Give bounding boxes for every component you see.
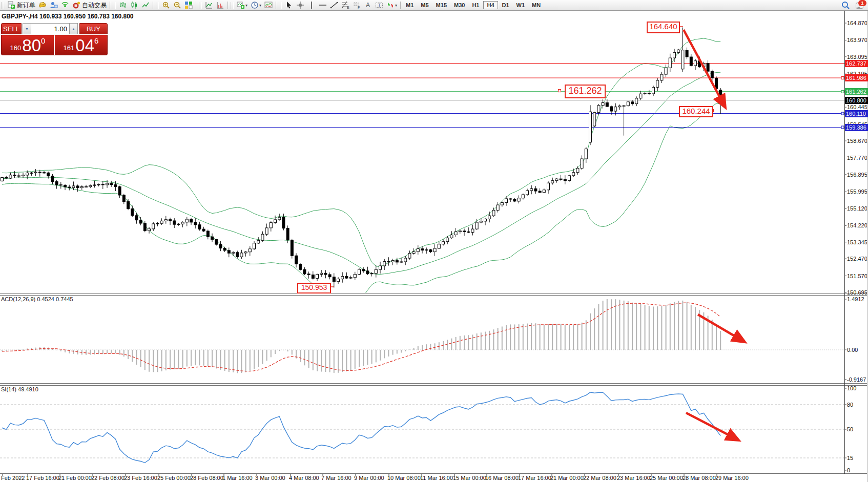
arrows-button[interactable]: ▾: [385, 1, 399, 10]
buy-price-big: 04: [75, 38, 94, 53]
signals-button[interactable]: [59, 1, 71, 10]
gold-icon: [38, 1, 47, 9]
timeframe-h4[interactable]: H4: [483, 1, 498, 9]
zoom-out-button[interactable]: [172, 1, 183, 10]
timeframe-h1[interactable]: H1: [469, 1, 482, 9]
autotrade-button[interactable]: 自动交易: [71, 1, 108, 10]
x-axis-label: 25 Mar 00:00: [650, 475, 683, 481]
svg-text:F: F: [358, 6, 360, 9]
search-button[interactable]: [839, 1, 852, 10]
chevron-down-icon[interactable]: ▾: [259, 3, 261, 8]
gold-button[interactable]: [37, 1, 48, 10]
y-axis-label: 150.695: [847, 289, 867, 296]
pane-separator[interactable]: [0, 293, 868, 294]
account-button[interactable]: [48, 1, 59, 10]
zoom-out-icon: [173, 1, 181, 9]
volume-input[interactable]: [31, 23, 69, 34]
rsi-axis-label: 15: [847, 455, 853, 461]
line-chart-icon: [141, 1, 150, 9]
notifications-button[interactable]: 1: [856, 1, 865, 9]
signal-icon: [61, 1, 69, 9]
hline-button[interactable]: [317, 1, 328, 10]
buy-price-small: 161: [64, 43, 75, 53]
text-label-icon: T: [375, 1, 383, 9]
y-axis-label: 153.345: [847, 239, 867, 245]
toolbar-separator: [400, 2, 401, 9]
main-toolbar: 新订单自动交易▾▾EFAT▾M1M5M15M30H1H4D1W1MN 1: [0, 0, 868, 11]
timeframe-mn[interactable]: MN: [529, 1, 544, 9]
sell-price[interactable]: 160 80 0: [2, 35, 54, 55]
pane-separator[interactable]: [0, 383, 868, 384]
volume-decrease-button[interactable]: ▼: [23, 23, 31, 34]
x-axis-label: 16 Mar 08:00: [485, 475, 519, 481]
price-annotation[interactable]: 164.640: [647, 22, 680, 33]
y-axis-label: 163.095: [847, 54, 867, 60]
timeframe-d1[interactable]: D1: [499, 1, 512, 9]
tile-windows-button[interactable]: [183, 1, 194, 10]
pane-separator[interactable]: [0, 385, 868, 386]
volume-increase-button[interactable]: ▲: [69, 23, 78, 34]
y-axis-label: 156.895: [847, 172, 867, 178]
sell-button[interactable]: SELL: [1, 23, 22, 34]
price-badge: 161.986: [845, 74, 868, 81]
toolbar-grip: [156, 2, 159, 9]
price-badge: 161.262: [845, 88, 868, 95]
chevron-down-icon[interactable]: ▾: [395, 3, 397, 8]
buy-button[interactable]: BUY: [79, 23, 108, 34]
template-button[interactable]: [263, 1, 274, 10]
new-chart-button[interactable]: ▾: [235, 1, 249, 10]
clock-icon: [251, 1, 259, 9]
x-axis-label: 9 Mar 00:00: [354, 475, 384, 481]
timeframe-m1[interactable]: M1: [403, 1, 417, 9]
buy-price[interactable]: 161 04 6: [55, 35, 107, 55]
price-chart-canvas[interactable]: [0, 0, 868, 482]
text-button[interactable]: A: [362, 1, 374, 10]
timeframe-m5[interactable]: M5: [418, 1, 431, 9]
toolbar-grip: [1, 2, 4, 9]
timeframe-m15[interactable]: M15: [433, 1, 450, 9]
trendline-button[interactable]: [328, 1, 340, 10]
y-axis-label: 158.670: [847, 138, 867, 144]
text-a-icon: A: [364, 1, 372, 9]
toolbar-grip: [279, 2, 282, 9]
price-annotation[interactable]: 150.953: [297, 283, 331, 294]
rsi-axis-label: 50: [847, 426, 853, 432]
chevron-down-icon[interactable]: ▾: [245, 3, 247, 8]
new-order-button[interactable]: 新订单: [6, 1, 37, 10]
toolbar-separator: [228, 2, 228, 9]
x-axis-label: 7 Mar 16:00: [321, 475, 352, 481]
x-axis-label: 28 Feb 08:00: [190, 475, 223, 481]
vline-button[interactable]: [306, 1, 317, 10]
period-button[interactable]: ▾: [249, 1, 263, 10]
bar-chart-button[interactable]: [117, 1, 129, 10]
new-chart-icon: [237, 1, 245, 9]
sell-price-sup: 0: [41, 37, 45, 45]
candle-chart-icon: [130, 1, 138, 9]
notification-badge: 1: [858, 0, 866, 6]
x-axis-label: 23 Feb 16:00: [124, 475, 157, 481]
crosshair-button[interactable]: [295, 1, 306, 10]
price-annotation[interactable]: 160.244: [679, 106, 713, 117]
hline-icon: [319, 1, 327, 9]
line-chart-button[interactable]: [140, 1, 151, 10]
grid-button[interactable]: F: [351, 1, 362, 10]
svg-text:T: T: [378, 3, 381, 8]
grid-icon: F: [353, 1, 361, 9]
timeframe-w1[interactable]: W1: [513, 1, 528, 9]
profile-icon: [50, 1, 58, 9]
arrows-icon: [386, 1, 395, 9]
indicator-separate-button[interactable]: [215, 1, 226, 10]
pane-separator[interactable]: [0, 295, 868, 296]
candle-chart-button[interactable]: [129, 1, 140, 10]
timeframe-m30[interactable]: M30: [451, 1, 468, 9]
price-annotation[interactable]: 161.262: [565, 85, 606, 98]
text-label-button[interactable]: T: [374, 1, 385, 10]
new-order-button-label: 新订单: [17, 1, 35, 10]
cursor-button[interactable]: [283, 1, 295, 10]
zoom-in-button[interactable]: [160, 1, 172, 10]
search-icon: [841, 1, 850, 10]
indicator-window-button[interactable]: [203, 1, 215, 10]
fibonacci-button[interactable]: E: [340, 1, 351, 10]
rsi-label: SI(14) 49.4910: [1, 386, 38, 392]
rsi-axis-label: 80: [847, 402, 853, 408]
